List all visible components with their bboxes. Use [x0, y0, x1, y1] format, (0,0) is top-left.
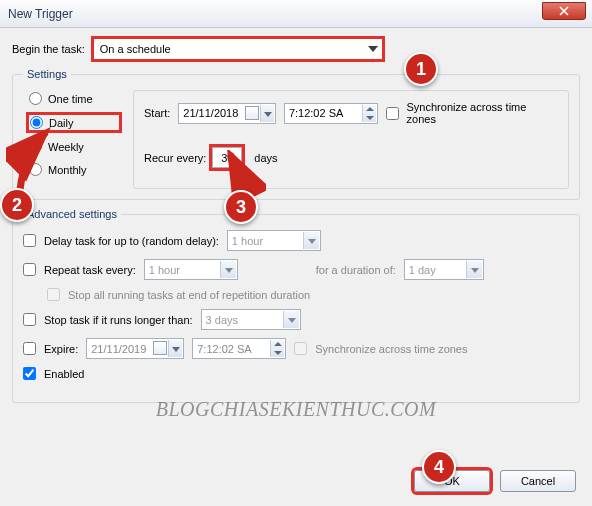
duration-combo[interactable]: 1 day: [404, 259, 484, 280]
schedule-panel: Start: 21/11/2018 7:12:02 SA Synchronize…: [133, 90, 569, 189]
annotation-badge-2: 2: [0, 188, 34, 222]
begin-task-select[interactable]: On a schedule: [93, 38, 383, 60]
radio-daily[interactable]: Daily: [29, 115, 119, 130]
enabled-label: Enabled: [44, 368, 84, 380]
stop-repeat-label: Stop all running tasks at end of repetit…: [68, 289, 310, 301]
radio-one-time[interactable]: One time: [29, 92, 119, 105]
recur-unit: days: [254, 152, 277, 164]
dropdown-arrow-icon: [260, 105, 274, 122]
dropdown-arrow-icon: [283, 311, 299, 328]
settings-group: Settings One time Daily Weekly Monthly S…: [12, 68, 580, 200]
start-label: Start:: [144, 107, 170, 119]
begin-task-value: On a schedule: [100, 43, 171, 55]
radio-weekly[interactable]: Weekly: [29, 140, 119, 153]
expire-date-input[interactable]: 21/11/2019: [86, 338, 184, 359]
dropdown-arrow-icon: [168, 340, 182, 357]
recur-label: Recur every:: [144, 152, 206, 164]
spinner-icon: [362, 105, 376, 122]
close-button[interactable]: [542, 2, 586, 20]
annotation-badge-4: 4: [422, 450, 456, 484]
delay-label: Delay task for up to (random delay):: [44, 235, 219, 247]
delay-combo[interactable]: 1 hour: [227, 230, 321, 251]
title-bar: New Trigger: [0, 0, 592, 28]
begin-task-label: Begin the task:: [12, 43, 85, 55]
start-date-input[interactable]: 21/11/2018: [178, 103, 276, 124]
expire-sync-checkbox: Synchronize across time zones: [294, 342, 467, 355]
start-time-input[interactable]: 7:12:02 SA: [284, 103, 378, 124]
annotation-badge-1: 1: [404, 52, 438, 86]
cancel-button[interactable]: Cancel: [500, 470, 576, 492]
repeat-combo[interactable]: 1 hour: [144, 259, 238, 280]
advanced-legend: Advanced settings: [23, 208, 121, 220]
settings-legend: Settings: [23, 68, 71, 80]
radio-monthly[interactable]: Monthly: [29, 163, 119, 176]
sync-timezone-checkbox[interactable]: Synchronize across time zones: [386, 101, 558, 125]
recur-days-input[interactable]: 30: [212, 147, 242, 168]
spinner-icon: [270, 340, 284, 357]
dropdown-arrow-icon: [220, 261, 236, 278]
dropdown-arrow-icon: [368, 46, 378, 52]
repeat-checkbox[interactable]: [23, 263, 36, 276]
stop-long-label: Stop task if it runs longer than:: [44, 314, 193, 326]
delay-checkbox[interactable]: [23, 234, 36, 247]
dropdown-arrow-icon: [303, 232, 319, 249]
calendar-icon: [245, 106, 259, 120]
expire-time-input[interactable]: 7:12:02 SA: [192, 338, 286, 359]
window-title: New Trigger: [8, 7, 73, 21]
stop-long-combo[interactable]: 3 days: [201, 309, 301, 330]
calendar-icon: [153, 341, 167, 355]
enabled-checkbox[interactable]: [23, 367, 36, 380]
repeat-label: Repeat task every:: [44, 264, 136, 276]
stop-repeat-checkbox: [47, 288, 60, 301]
stop-long-checkbox[interactable]: [23, 313, 36, 326]
annotation-badge-3: 3: [224, 190, 258, 224]
expire-checkbox[interactable]: [23, 342, 36, 355]
expire-label: Expire:: [44, 343, 78, 355]
duration-label: for a duration of:: [316, 264, 396, 276]
dropdown-arrow-icon: [466, 261, 482, 278]
advanced-settings-group: Advanced settings Delay task for up to (…: [12, 208, 580, 403]
